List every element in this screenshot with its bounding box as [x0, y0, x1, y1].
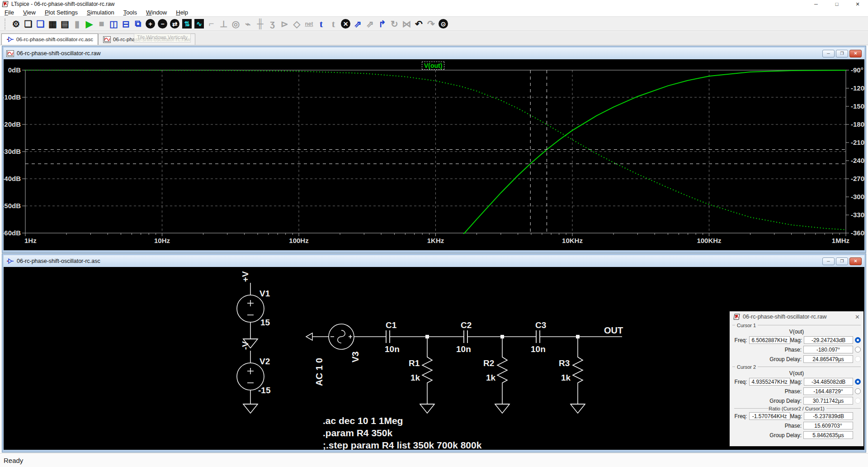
schematic-label-c2[interactable]: C2 — [461, 320, 472, 330]
zoom-in-icon[interactable]: + — [144, 18, 156, 30]
drag-wire-icon[interactable]: ↱ — [376, 18, 388, 30]
new-schematic-icon[interactable]: ❏ — [22, 18, 34, 30]
schematic-label-v3[interactable]: V3 — [350, 352, 360, 362]
redo-icon[interactable]: ↷ — [425, 18, 437, 30]
schematic-label-r1_val[interactable]: 1k — [410, 373, 420, 382]
menu-view[interactable]: View — [19, 9, 40, 16]
halt-icon[interactable]: ■ — [95, 18, 108, 30]
trace-label-vout[interactable]: V(out) — [422, 62, 444, 70]
cursor-trace-radio[interactable] — [855, 388, 861, 394]
field-value[interactable]: -29.247243dB — [804, 336, 853, 344]
delete-icon[interactable]: ✕ — [340, 18, 352, 30]
pause-icon[interactable]: ▮ — [71, 18, 83, 30]
cursor-trace-radio[interactable] — [855, 398, 861, 404]
freq-value[interactable]: -1.570764KHz — [749, 412, 790, 420]
schematic-label-v1[interactable]: V1 — [259, 289, 270, 298]
find-icon[interactable]: ⊙ — [437, 18, 449, 30]
mirror-icon[interactable]: ⋈ — [401, 18, 413, 30]
ground-icon[interactable]: ⊥ — [217, 18, 230, 30]
field-value[interactable]: -180.097° — [803, 346, 853, 353]
menu-tools[interactable]: Tools — [119, 9, 142, 16]
cursor-panel-titlebar[interactable]: 06-rc-phase-shift-oscillator-rc.raw ✕ — [730, 311, 863, 322]
schematic-label-ac[interactable]: AC 1 0 — [314, 358, 324, 386]
schematic-label-out[interactable]: OUT — [604, 325, 623, 335]
autorange-y-axis-icon[interactable]: ⇅ — [181, 18, 193, 30]
schematic-label-v2_val[interactable]: -15 — [258, 386, 271, 395]
cascade-windows-icon[interactable]: ⧉ — [132, 18, 144, 30]
schematic-window-minimize-button[interactable]: ─ — [822, 257, 835, 265]
schematic-label-v_minus[interactable]: -V — [241, 341, 250, 350]
capacitor-icon[interactable]: ╫ — [254, 18, 266, 30]
bode-plot[interactable]: 0dB-10dB-20dB-30dB-40dB-50dB-60dB-90°-12… — [4, 59, 864, 250]
cursor-trace-radio[interactable] — [855, 337, 861, 343]
spice-directive-1[interactable]: .ac dec 10 1 1Meg — [323, 415, 403, 426]
waveform-plot-area[interactable]: V(out) 0dB-10dB-20dB-30dB-40dB-50dB-60dB… — [4, 59, 864, 250]
cursor-trace-radio[interactable] — [855, 347, 861, 353]
schematic-label-r2_val[interactable]: 1k — [486, 373, 496, 382]
field-value[interactable]: 30.711742µs — [803, 397, 853, 405]
schematic-label-v1_val[interactable]: 15 — [260, 318, 270, 327]
diode-icon[interactable]: ⊳ — [278, 18, 291, 30]
print-icon[interactable]: ▤ — [59, 18, 71, 30]
rotate-icon[interactable]: ↻ — [388, 18, 401, 30]
run-icon[interactable]: ▶ — [83, 18, 95, 30]
save-icon[interactable]: ▦ — [47, 18, 59, 30]
net-label-icon[interactable]: ◎ — [230, 18, 242, 30]
field-value[interactable]: 24.865479µs — [803, 355, 853, 363]
schematic-label-c1[interactable]: C1 — [386, 320, 397, 330]
drag-icon[interactable]: ⇗ — [364, 18, 376, 30]
schematic-label-r2[interactable]: R2 — [483, 358, 494, 368]
tab-schematic[interactable]: 06-rc-phase-shift-oscillator-rc.asc — [1, 33, 98, 45]
schematic-label-c3_val[interactable]: 10n — [531, 344, 546, 354]
schematic-label-r3_val[interactable]: 1k — [561, 373, 571, 382]
menu-simulation[interactable]: Simulation — [82, 9, 119, 16]
pan-waveform-icon[interactable]: ∿ — [193, 18, 205, 30]
field-value[interactable]: -5.237839dB — [804, 412, 853, 420]
tile-vertical-icon[interactable]: ◫ — [108, 18, 120, 30]
waveform-window-close-button[interactable]: ✕ — [849, 50, 862, 57]
spice-directive-3[interactable]: ;.step param R4 list 350k 700k 800k — [323, 440, 482, 450]
schematic-window-close-button[interactable]: ✕ — [849, 257, 862, 265]
tile-horizontal-icon[interactable]: ⊟ — [120, 18, 132, 30]
field-value[interactable]: 15.609703° — [803, 422, 853, 429]
schematic-label-c2_val[interactable]: 10n — [456, 344, 471, 354]
menu-window[interactable]: Window — [142, 9, 171, 16]
zoom-full-extents-icon[interactable]: ⇄ — [169, 18, 181, 30]
zoom-out-icon[interactable]: − — [156, 18, 169, 30]
menu-file[interactable]: File — [0, 9, 19, 16]
spice-netlist-icon[interactable]: net — [303, 18, 315, 30]
waveform-window-restore-button[interactable]: ❐ — [836, 50, 848, 57]
inductor-icon[interactable]: ʒ — [266, 18, 278, 30]
schematic-window-titlebar[interactable]: 06-rc-phase-shift-oscillator-rc.asc ─❐✕ — [4, 255, 864, 267]
app-maximize-button[interactable]: □ — [826, 0, 847, 8]
app-close-button[interactable]: ✕ — [847, 0, 868, 8]
freq-value[interactable]: 4.9355247KHz — [749, 378, 790, 386]
field-value[interactable]: -34.485082dB — [804, 378, 853, 386]
app-minimize-button[interactable]: ─ — [806, 0, 826, 8]
text-icon[interactable]: t — [315, 18, 327, 30]
control-panel-icon[interactable]: ⚙ — [10, 18, 22, 30]
resistor-icon[interactable]: ⌁ — [242, 18, 254, 30]
waveform-window-minimize-button[interactable]: ─ — [822, 50, 835, 57]
schematic-label-r3[interactable]: R3 — [559, 358, 570, 368]
schematic-window-restore-button[interactable]: ❐ — [836, 257, 848, 265]
schematic-label-r1[interactable]: R1 — [409, 358, 420, 368]
cursor-trace-radio[interactable] — [855, 356, 861, 362]
spice-directive-2[interactable]: .param R4 350k — [323, 428, 392, 438]
menu-help[interactable]: Help — [171, 9, 193, 16]
spice-directive-icon[interactable]: t — [327, 18, 340, 30]
schematic-label-v_plus[interactable]: +V — [241, 271, 250, 282]
field-value[interactable]: -164.48729° — [803, 387, 853, 395]
menu-plot-settings[interactable]: Plot Settings — [40, 9, 82, 16]
freq-value[interactable]: 6.5062887KHz — [749, 336, 790, 344]
cursor-trace-radio[interactable] — [855, 379, 861, 385]
undo-icon[interactable]: ↶ — [413, 18, 425, 30]
field-value[interactable]: 5.8462635µs — [803, 431, 853, 439]
component-icon[interactable]: ◇ — [291, 18, 303, 30]
move-icon[interactable]: ⇗ — [352, 18, 364, 30]
draw-wire-icon[interactable]: ⌐ — [205, 18, 217, 30]
schematic-label-c1_val[interactable]: 10n — [385, 344, 400, 354]
schematic-label-c3[interactable]: C3 — [535, 320, 546, 330]
open-file-icon[interactable]: ❏ — [34, 18, 47, 30]
cursor-panel-close-icon[interactable]: ✕ — [855, 314, 860, 320]
